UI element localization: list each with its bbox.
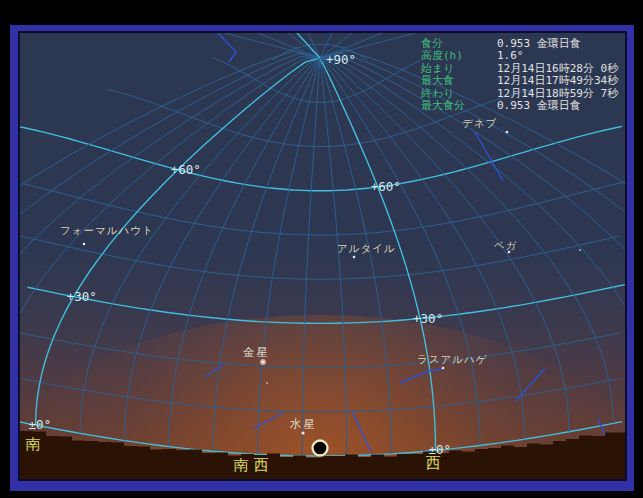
star-label: デネブ [462,117,497,129]
eclipse-app-window: 与那国島の日食 1955年12月14日17時49分34秒 [0,0,643,498]
star-dot [506,131,509,134]
star-dot [353,256,356,259]
sky-chart: +90°+60°+30°±0°+60°+30°±0°デネブベガアルタイルフォーマ… [0,0,643,498]
faint-star-dot [266,382,268,384]
faint-star-dot [579,249,581,251]
direction-label-225: 南西 [234,456,274,474]
info-label: 始まり [420,62,455,75]
info-value: 0.953 金環日食 [497,37,581,50]
venus-dot-core [262,361,265,364]
altitude-label: +30° [413,311,443,326]
altitude-label: +30° [67,289,97,304]
star-label: アルタイル [337,242,396,254]
direction-label-270: 西 [426,454,446,472]
altitude-label: +60° [171,162,201,177]
eclipse-sun [313,441,328,456]
info-label: 高度(h) [421,49,463,62]
info-value: 1.6° [497,49,524,62]
star-dot [508,251,511,254]
planet-label: 水星 [289,417,317,431]
info-label: 最大食分 [421,99,465,112]
info-value: 12月14日18時59分 7秒 [497,87,619,100]
info-label: 終わり [420,87,455,100]
star-label: ラスアルハゲ [417,353,487,365]
map-area: +90°+60°+30°±0°+60°+30°±0°デネブベガアルタイルフォーマ… [0,33,643,498]
direction-label-180: 南 [26,435,46,453]
star-dot [83,243,86,246]
planet-label: 金星 [243,345,270,359]
mercury-dot [301,431,304,434]
altitude-label: +60° [371,179,401,194]
eclipsed-sun-group [311,439,328,456]
info-value: 12月14日17時49分34秒 [497,74,619,87]
info-value: 12月14日16時28分 0秒 [497,62,619,75]
altitude-label: +90° [326,52,356,67]
star-label: フォーマルハウト [60,224,154,236]
info-label: 最大食 [421,74,454,87]
altitude-label: ±0° [29,417,52,432]
star-dot [442,367,445,370]
info-value: 0.953 金環日食 [497,99,581,112]
info-label: 食分 [421,37,443,50]
star-label: ベガ [494,239,518,251]
